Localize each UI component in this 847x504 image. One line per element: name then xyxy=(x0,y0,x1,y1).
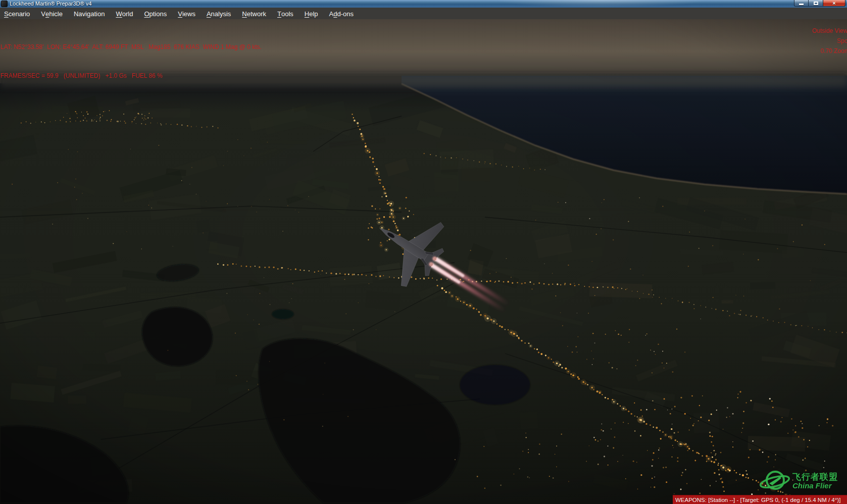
view-info-line: Spot xyxy=(812,36,847,46)
hud-position-line: LAT: N52°33.58' LON: E4°45.64' ALT: 6949… xyxy=(1,42,262,52)
menu-item-analysis[interactable]: Analysis xyxy=(201,8,236,20)
menu-item-help[interactable]: Help xyxy=(299,8,324,20)
close-icon: × xyxy=(832,1,835,6)
menu-item-options[interactable]: Options xyxy=(138,8,172,20)
menu-item-world[interactable]: World xyxy=(110,8,138,20)
flight-data-overlay: LAT: N52°33.58' LON: E4°45.64' ALT: 6949… xyxy=(1,23,262,100)
maximize-button[interactable] xyxy=(809,0,823,7)
menu-item-scenario[interactable]: Scenario xyxy=(0,8,35,20)
window-title: Lockheed Martin® Prepar3D® v4 xyxy=(10,0,91,8)
menu-item-vehicle[interactable]: Vehicle xyxy=(35,8,68,20)
china-flier-watermark: 飞行者联盟 China Flier xyxy=(759,466,847,497)
title-bar[interactable]: Lockheed Martin® Prepar3D® v4 × xyxy=(0,0,847,8)
view-info-line: Outside View: xyxy=(812,26,847,36)
menu-item-add-ons[interactable]: Add-ons xyxy=(324,8,359,20)
minimize-button[interactable] xyxy=(794,0,809,7)
prepar3d-window: Lockheed Martin® Prepar3D® v4 × Scenario… xyxy=(0,0,847,504)
watermark-english-text: China Flier xyxy=(792,482,838,490)
close-button[interactable]: × xyxy=(823,0,845,7)
hud-frames-line: FRAMES/SEC = 59.9 (UNLIMITED) +1.0 Gs FU… xyxy=(1,71,262,81)
china-flier-logo-icon xyxy=(759,467,790,496)
menu-item-navigation[interactable]: Navigation xyxy=(68,8,110,20)
menu-bar: ScenarioVehicleNavigationWorldOptionsVie… xyxy=(0,8,847,20)
window-controls: × xyxy=(794,0,845,7)
weapons-status-bar: WEAPONS: [Station --] - [Target: GPS 0, … xyxy=(673,495,847,504)
sim-viewport[interactable]: LAT: N52°33.58' LON: E4°45.64' ALT: 6949… xyxy=(0,19,847,504)
app-icon xyxy=(1,1,8,7)
view-title-overlay: Outside View:Spot0.70 Zoom xyxy=(812,26,847,56)
view-info-line: 0.70 Zoom xyxy=(812,46,847,56)
maximize-icon xyxy=(814,2,818,5)
weapons-status-text: WEAPONS: [Station --] - [Target: GPS 0, … xyxy=(673,497,840,503)
watermark-chinese-text: 飞行者联盟 xyxy=(792,473,838,482)
menu-item-network[interactable]: Network xyxy=(236,8,272,20)
menu-item-views[interactable]: Views xyxy=(172,8,201,20)
menu-item-tools[interactable]: Tools xyxy=(272,8,299,20)
minimize-icon xyxy=(799,4,804,5)
